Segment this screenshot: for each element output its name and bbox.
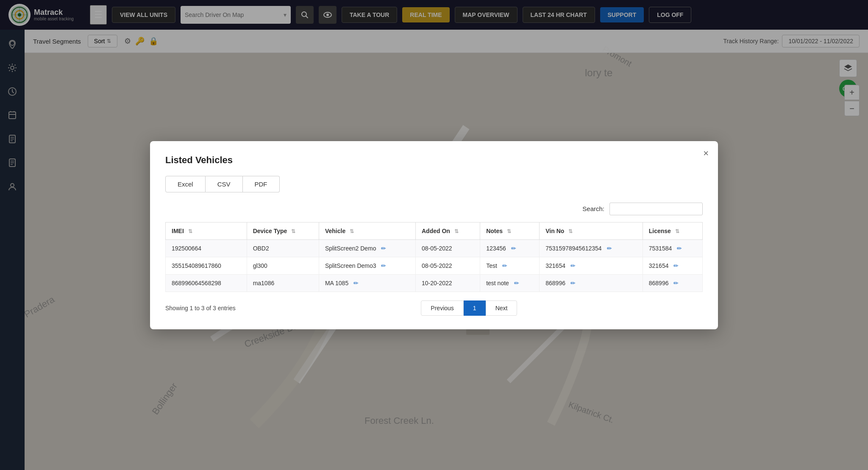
export-buttons: Excel CSV PDF — [165, 176, 703, 192]
license-sort-icon: ⇅ — [675, 228, 679, 234]
search-label: Search: — [582, 205, 604, 212]
cell-vehicle: SplitScreen Demo3 ✏ — [319, 257, 415, 274]
cell-device-type: ma1086 — [247, 274, 319, 292]
table-search-input[interactable] — [609, 203, 703, 215]
pdf-export-button[interactable]: PDF — [243, 176, 280, 192]
device-sort-icon: ⇅ — [291, 228, 295, 234]
modal-overlay: × Listed Vehicles Excel CSV PDF Search: … — [0, 0, 868, 470]
cell-notes: 123456 ✏ — [480, 239, 540, 257]
cell-added-on: 08-05-2022 — [415, 239, 480, 257]
cell-vehicle: MA 1085 ✏ — [319, 274, 415, 292]
col-vehicle[interactable]: Vehicle ⇅ — [319, 222, 415, 239]
vehicles-table: IMEI ⇅ Device Type ⇅ Vehicle ⇅ Added On … — [165, 222, 703, 292]
vin-sort-icon: ⇅ — [568, 228, 573, 234]
col-imei[interactable]: IMEI ⇅ — [166, 222, 247, 239]
cell-license: 868996 ✏ — [643, 274, 702, 292]
cell-device-type: OBD2 — [247, 239, 319, 257]
edit-vin-icon[interactable]: ✏ — [570, 262, 576, 269]
cell-imei: 355154089617860 — [166, 257, 247, 274]
edit-vin-icon[interactable]: ✏ — [607, 245, 612, 252]
csv-export-button[interactable]: CSV — [206, 176, 243, 192]
cell-license: 321654 ✏ — [643, 257, 702, 274]
modal-close-button[interactable]: × — [703, 149, 709, 158]
edit-vin-icon[interactable]: ✏ — [570, 280, 576, 286]
imei-sort-icon: ⇅ — [188, 228, 192, 234]
edit-license-icon[interactable]: ✏ — [673, 262, 679, 269]
excel-export-button[interactable]: Excel — [165, 176, 206, 192]
cell-notes: test note ✏ — [480, 274, 540, 292]
cell-license: 7531584 ✏ — [643, 239, 702, 257]
next-page-button[interactable]: Next — [486, 300, 517, 316]
vehicle-sort-icon: ⇅ — [350, 228, 354, 234]
listed-vehicles-modal: × Listed Vehicles Excel CSV PDF Search: … — [150, 141, 718, 329]
cell-imei: 868996064568298 — [166, 274, 247, 292]
edit-notes-icon[interactable]: ✏ — [511, 245, 516, 252]
edit-vehicle-icon[interactable]: ✏ — [353, 280, 359, 286]
notes-sort-icon: ⇅ — [507, 228, 511, 234]
cell-imei: 192500664 — [166, 239, 247, 257]
cell-device-type: gl300 — [247, 257, 319, 274]
modal-title: Listed Vehicles — [165, 155, 703, 166]
pagination-buttons: Previous 1 Next — [421, 300, 517, 316]
added-sort-icon: ⇅ — [454, 228, 459, 234]
table-row: 868996064568298 ma1086 MA 1085 ✏ 10-20-2… — [166, 274, 703, 292]
table-search-row: Search: — [165, 203, 703, 215]
col-device-type[interactable]: Device Type ⇅ — [247, 222, 319, 239]
col-vin-no[interactable]: Vin No ⇅ — [540, 222, 643, 239]
pagination-area: Showing 1 to 3 of 3 entries Previous 1 N… — [165, 300, 703, 316]
edit-license-icon[interactable]: ✏ — [677, 245, 682, 252]
table-row: 355154089617860 gl300 SplitScreen Demo3 … — [166, 257, 703, 274]
cell-vin-no: 75315978945612354 ✏ — [540, 239, 643, 257]
page-1-button[interactable]: 1 — [464, 300, 486, 316]
cell-vehicle: SplitScreen2 Demo ✏ — [319, 239, 415, 257]
cell-added-on: 08-05-2022 — [415, 257, 480, 274]
edit-notes-icon[interactable]: ✏ — [514, 280, 519, 286]
edit-vehicle-icon[interactable]: ✏ — [381, 262, 386, 269]
cell-vin-no: 868996 ✏ — [540, 274, 643, 292]
edit-license-icon[interactable]: ✏ — [673, 280, 679, 286]
cell-added-on: 10-20-2022 — [415, 274, 480, 292]
edit-vehicle-icon[interactable]: ✏ — [381, 245, 386, 252]
col-license[interactable]: License ⇅ — [643, 222, 702, 239]
table-row: 192500664 OBD2 SplitScreen2 Demo ✏ 08-05… — [166, 239, 703, 257]
col-added-on[interactable]: Added On ⇅ — [415, 222, 480, 239]
showing-entries-text: Showing 1 to 3 of 3 entries — [165, 305, 236, 311]
cell-vin-no: 321654 ✏ — [540, 257, 643, 274]
edit-notes-icon[interactable]: ✏ — [502, 262, 507, 269]
cell-notes: Test ✏ — [480, 257, 540, 274]
col-notes[interactable]: Notes ⇅ — [480, 222, 540, 239]
previous-page-button[interactable]: Previous — [421, 300, 463, 316]
